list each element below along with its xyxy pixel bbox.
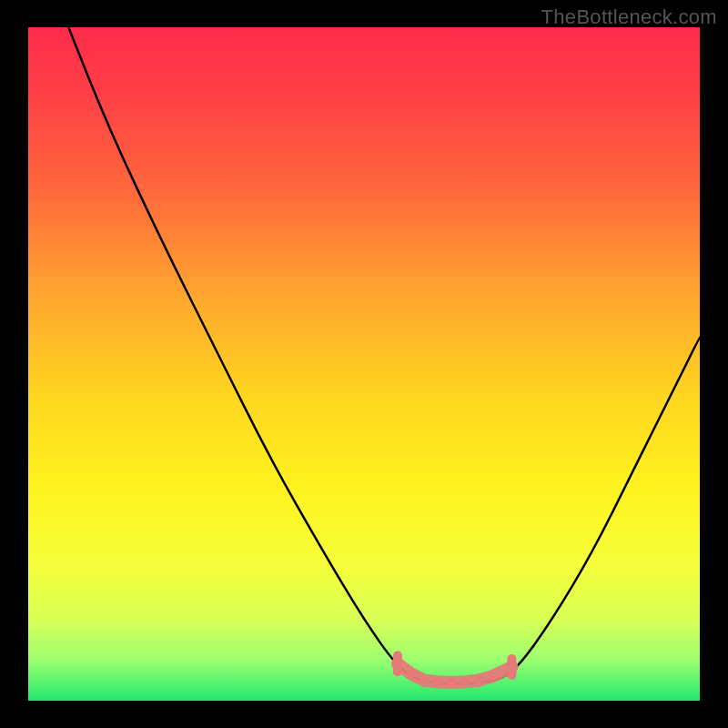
bottleneck-chart	[0, 0, 728, 728]
trough-point	[433, 677, 442, 686]
chart-svg	[0, 0, 728, 728]
trough-point	[487, 672, 496, 681]
watermark-text: TheBottleneck.com	[541, 5, 717, 29]
trough-point	[507, 662, 516, 672]
trough-point	[420, 676, 429, 685]
trough-point	[393, 659, 402, 668]
plot-area	[28, 27, 700, 701]
trough-point	[474, 676, 483, 685]
trough-point	[460, 677, 470, 686]
trough-point	[447, 678, 456, 687]
trough-point	[407, 669, 416, 678]
